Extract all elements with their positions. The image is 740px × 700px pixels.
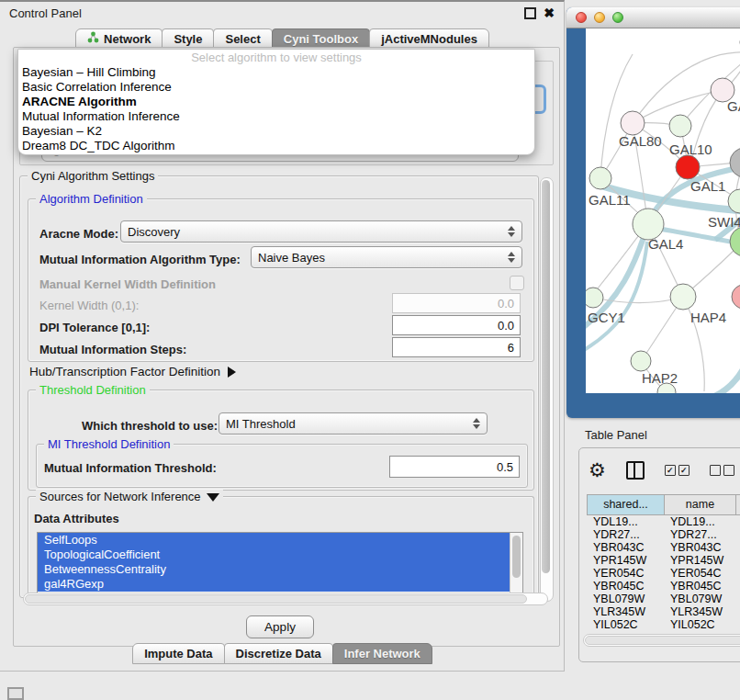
node-label: GAL <box>727 98 740 114</box>
collapsed-panel-button[interactable] <box>7 687 24 700</box>
network-edge[interactable] <box>706 344 740 393</box>
data-attributes-label: Data Attributes <box>34 512 119 525</box>
tab-label: Cyni Toolbox <box>284 31 358 47</box>
network-node[interactable] <box>631 351 651 371</box>
network-node[interactable] <box>669 115 691 137</box>
column-header-shared...[interactable]: shared... <box>588 495 665 514</box>
network-node[interactable] <box>676 155 700 179</box>
node-label: GAL1 <box>690 178 725 194</box>
table-cell: YBR045C <box>587 580 664 593</box>
node-label: GAL11 <box>589 192 631 208</box>
hub-definition-toggle[interactable]: Hub/Transcription Factor Definition <box>29 365 236 378</box>
node-label: SWI4 <box>708 214 740 230</box>
table-row[interactable]: YIL052CYIL052C9. <box>587 618 740 631</box>
zoom-traffic-light-icon[interactable] <box>612 12 623 23</box>
mi-threshold-label: Mutual Information Threshold: <box>44 461 217 475</box>
dpi-tolerance-field[interactable]: 0.0 <box>392 315 521 335</box>
network-view-window: GALGAL80GAL10GAL1SWI4GAL11GAL4GCY1HAP4YH… <box>566 7 740 418</box>
algorithm-option[interactable]: ARACNE Algorithm <box>18 95 534 109</box>
table-horizontal-scrollbar[interactable] <box>583 634 740 647</box>
table-row[interactable]: YER054CYER054C8. <box>587 567 740 580</box>
threshold-definition-title: Threshold Definition <box>36 383 150 397</box>
stepper-icon <box>508 252 515 263</box>
apply-button-label: Apply <box>264 620 296 634</box>
table-cell: YBL079W <box>587 593 664 605</box>
algorithm-option[interactable]: Basic Correlation Inference <box>18 80 534 95</box>
kernel-width-field[interactable]: 0.0 <box>392 293 521 313</box>
data-attribute-item[interactable]: TopologicalCoefficient <box>38 548 522 562</box>
control-panel-window: Control Panel ✖ NetworkStyleSelectCyni T… <box>0 0 565 672</box>
mi-type-combo[interactable]: Naive Bayes <box>251 246 522 268</box>
network-edge[interactable] <box>685 245 739 295</box>
column-header-name[interactable]: name <box>665 495 736 514</box>
algorithm-option[interactable]: Mutual Information Inference <box>18 109 534 124</box>
table-cell: YIL052C <box>587 618 664 631</box>
apply-button[interactable]: Apply <box>246 615 314 638</box>
float-panel-icon[interactable] <box>524 7 536 19</box>
node-table: shared...nameYDL19...YDL19...13YDR27...Y… <box>587 494 740 631</box>
which-threshold-combo[interactable]: MI Threshold <box>219 412 488 435</box>
close-icon[interactable]: ✖ <box>544 8 555 17</box>
network-node[interactable] <box>586 288 603 308</box>
table-cell: YLR345W <box>587 605 664 618</box>
aracne-mode-value: Discovery <box>128 225 180 239</box>
settings-vertical-scrollbar[interactable] <box>540 177 554 602</box>
table-cell: YIL052C <box>664 618 735 631</box>
tab-label: Style <box>174 31 202 47</box>
tab-label: Network <box>104 31 151 47</box>
data-attributes-list[interactable]: SelfLoopsTopologicalCoefficientBetweenne… <box>37 532 523 594</box>
algorithm-option[interactable]: Bayesian – Hill Climbing <box>18 65 534 80</box>
network-node[interactable] <box>730 148 740 177</box>
network-node[interactable] <box>730 227 740 256</box>
network-node[interactable] <box>621 111 645 135</box>
tab-discretize-data[interactable]: Discretize Data <box>224 643 333 664</box>
mi-threshold-field[interactable]: 0.5 <box>389 456 520 478</box>
network-node[interactable] <box>633 209 664 240</box>
node-label: GAL4 <box>648 236 683 252</box>
column-header-cut[interactable] <box>736 495 740 514</box>
table-cell: YLR345W <box>664 605 735 618</box>
mi-steps-value: 6 <box>508 341 514 355</box>
deselect-all-columns-icon[interactable] <box>710 465 734 476</box>
table-row[interactable]: YDL19...YDL19...13 <box>587 515 740 528</box>
table-cell: YPR145W <box>587 554 664 567</box>
table-row[interactable]: YBR045CYBR045C9. <box>587 580 740 593</box>
network-canvas[interactable]: GALGAL80GAL10GAL1SWI4GAL11GAL4GCY1HAP4YH… <box>586 28 740 393</box>
table-row[interactable]: YDR27...YDR27...12 <box>587 528 740 541</box>
which-threshold-value: MI Threshold <box>226 417 296 431</box>
sources-title-text: Sources for Network Inference <box>39 490 201 503</box>
tab-impute-data[interactable]: Impute Data <box>132 643 224 664</box>
close-traffic-light-icon[interactable] <box>576 12 587 23</box>
table-row[interactable]: YPR145WYPR145W9. <box>587 554 740 567</box>
list-scrollbar[interactable] <box>510 533 522 593</box>
tab-infer-network[interactable]: Infer Network <box>332 643 432 664</box>
table-row[interactable]: YBL079WYBL079W <box>587 593 740 605</box>
algorithm-option[interactable]: Bayesian – K2 <box>18 124 534 139</box>
expanded-arrow-icon <box>207 493 219 502</box>
manual-kernel-checkbox[interactable] <box>510 276 524 290</box>
settings-horizontal-scrollbar[interactable] <box>23 593 548 605</box>
data-attribute-item[interactable]: SelfLoops <box>38 533 522 548</box>
table-header-row: shared...name <box>587 494 740 515</box>
table-row[interactable]: YBR043CYBR043C <box>587 541 740 554</box>
split-columns-icon[interactable] <box>626 461 645 480</box>
network-window-titlebar[interactable] <box>566 7 740 28</box>
gear-icon[interactable]: ⚙ <box>589 460 606 480</box>
data-attribute-item[interactable]: gal4RGexp <box>38 577 522 592</box>
aracne-mode-combo[interactable]: Discovery <box>120 220 522 243</box>
select-all-columns-icon[interactable]: ✓✓ <box>665 465 690 476</box>
table-row[interactable]: YLR345WYLR345W9. <box>587 605 740 618</box>
minimize-traffic-light-icon[interactable] <box>594 12 605 23</box>
table-cell: 9. <box>735 618 740 631</box>
algorithm-dropdown-popup: Select algorithm to view settings Bayesi… <box>17 49 535 155</box>
data-attribute-item[interactable]: BetweennessCentrality <box>38 562 522 577</box>
mi-type-label: Mutual Information Algorithm Type: <box>39 253 241 266</box>
control-panel-titlebar: Control Panel ✖ <box>0 2 564 24</box>
mi-steps-field[interactable]: 6 <box>392 337 521 357</box>
algorithm-option[interactable]: Dream8 DC_TDC Algorithm <box>18 139 534 153</box>
sources-group-title[interactable]: Sources for Network Inference <box>36 490 223 503</box>
network-node[interactable] <box>670 284 696 310</box>
network-node[interactable] <box>732 285 740 309</box>
network-node[interactable] <box>589 167 611 189</box>
table-cell: 8. <box>735 567 740 580</box>
